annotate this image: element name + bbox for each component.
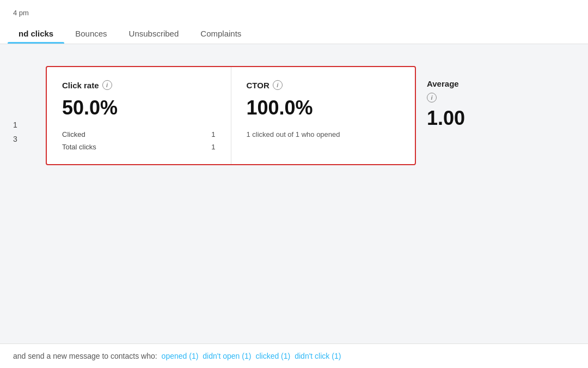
top-bar: 4 pm nd clicks Bounces Unsubscribed Comp… <box>0 0 588 44</box>
total-clicks-value: 1 <box>211 143 215 151</box>
ctor-title-row: CTOR i <box>247 80 400 90</box>
clicked-label: Clicked <box>62 130 85 138</box>
avg-value: 1.00 <box>427 107 470 130</box>
avg-info-icon[interactable]: i <box>427 93 437 102</box>
click-rate-value: 50.0% <box>62 96 216 119</box>
click-rate-title: Click rate <box>62 81 99 90</box>
footer-link-didnt-click[interactable]: didn't click (1) <box>295 352 341 360</box>
footer-link-didnt-open[interactable]: didn't open (1) <box>203 352 251 360</box>
click-rate-title-row: Click rate i <box>62 80 216 90</box>
left-numbers: 1 3 <box>13 66 35 143</box>
avg-title: Average <box>427 79 459 88</box>
clicked-value: 1 <box>211 130 215 138</box>
click-rate-details: Clicked 1 Total clicks 1 <box>62 130 216 151</box>
click-rate-info-icon[interactable]: i <box>102 80 112 90</box>
total-clicks-label: Total clicks <box>62 143 96 151</box>
tab-unsubscribed[interactable]: Unsubscribed <box>118 23 190 44</box>
footer-bar: and send a new message to contacts who: … <box>0 343 588 368</box>
left-num-2: 3 <box>13 135 35 143</box>
footer-link-opened[interactable]: opened (1) <box>162 352 199 360</box>
footer-prefix: and send a new message to contacts who: <box>13 352 157 360</box>
clicked-row: Clicked 1 <box>62 130 216 138</box>
ctor-title: CTOR <box>247 81 270 90</box>
footer-link-clicked[interactable]: clicked (1) <box>255 352 290 360</box>
main-content: 1 3 Click rate i 50.0% Clicked 1 Total <box>0 44 588 176</box>
ctor-value: 100.0% <box>247 96 400 119</box>
ctor-panel: CTOR i 100.0% 1 clicked out of 1 who ope… <box>231 67 415 164</box>
average-panel: Average i 1.00 <box>416 66 481 143</box>
avg-title-row: Average <box>427 79 470 88</box>
ctor-info-icon[interactable]: i <box>273 80 283 90</box>
page-wrapper: 4 pm nd clicks Bounces Unsubscribed Comp… <box>0 0 588 368</box>
tabs: nd clicks Bounces Unsubscribed Complaint… <box>8 23 575 44</box>
tab-complaints[interactable]: Complaints <box>189 23 252 44</box>
stats-box: Click rate i 50.0% Clicked 1 Total click… <box>46 66 416 165</box>
tab-bounces[interactable]: Bounces <box>64 23 118 44</box>
total-clicks-row: Total clicks 1 <box>62 143 216 151</box>
click-rate-panel: Click rate i 50.0% Clicked 1 Total click… <box>47 67 231 164</box>
left-num-1: 1 <box>13 120 35 129</box>
time-label: 4 pm <box>13 9 575 17</box>
tab-id-clicks[interactable]: nd clicks <box>8 23 64 44</box>
ctor-note: 1 clicked out of 1 who opened <box>247 130 400 138</box>
